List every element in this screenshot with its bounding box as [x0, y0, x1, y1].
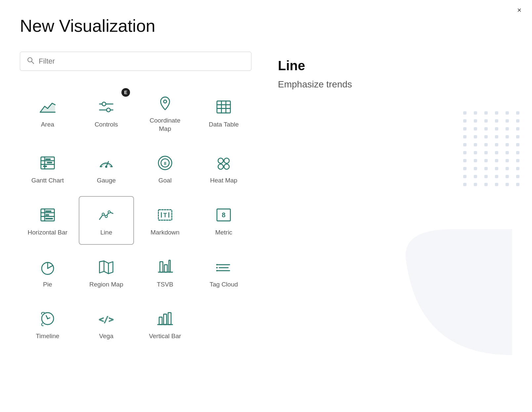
svg-point-28	[218, 158, 223, 164]
pie-icon	[39, 258, 57, 276]
markdown-icon: T	[156, 206, 174, 224]
svg-text:8: 8	[222, 211, 226, 219]
gantt-chart-label: Gantt Chart	[31, 177, 64, 185]
viz-item-line[interactable]: Line	[79, 196, 134, 245]
left-panel: Area E Controls	[20, 52, 251, 355]
svg-marker-2	[40, 103, 55, 112]
vertical-bar-label: Vertical Bar	[149, 332, 181, 340]
viz-item-gauge[interactable]: Gauge	[79, 144, 134, 193]
gantt-chart-icon	[39, 154, 57, 172]
svg-point-6	[102, 102, 106, 106]
dialog-title: New Visualization	[20, 16, 512, 36]
markdown-label: Markdown	[151, 229, 180, 237]
svg-point-58	[216, 264, 218, 266]
svg-point-30	[218, 164, 223, 170]
gauge-label: Gauge	[97, 177, 116, 185]
controls-icon	[97, 98, 115, 116]
tsvb-label: TSVB	[157, 281, 173, 289]
svg-rect-52	[164, 265, 167, 272]
line-label: Line	[100, 229, 112, 237]
timeline-icon	[39, 310, 57, 328]
heat-map-label: Heat Map	[210, 177, 237, 185]
viz-item-region-map[interactable]: Region Map	[79, 248, 134, 297]
gauge-icon	[97, 154, 115, 172]
close-button[interactable]: ×	[517, 7, 521, 14]
svg-point-39	[102, 213, 105, 215]
goal-label: Goal	[158, 177, 172, 185]
search-box[interactable]	[20, 52, 251, 71]
viz-item-timeline[interactable]: Timeline	[20, 300, 75, 348]
svg-rect-38	[45, 218, 53, 220]
coordinate-map-icon	[156, 94, 174, 112]
svg-line-1	[32, 62, 34, 64]
viz-item-goal[interactable]: 8 Goal	[137, 144, 193, 193]
vertical-bar-icon	[156, 310, 174, 328]
svg-point-40	[105, 215, 108, 218]
content-area: Area E Controls	[20, 52, 512, 355]
region-map-label: Region Map	[89, 281, 123, 289]
metric-icon: 8	[215, 206, 233, 224]
pie-label: Pie	[43, 281, 52, 289]
data-table-label: Data Table	[209, 121, 239, 129]
svg-point-8	[163, 100, 166, 103]
svg-rect-18	[45, 159, 51, 160]
viz-item-metric[interactable]: 8 Metric	[196, 196, 252, 245]
right-panel: Line Emphasize trends	[278, 52, 512, 355]
svg-rect-65	[163, 314, 166, 325]
svg-point-41	[108, 211, 111, 213]
heat-map-icon	[215, 154, 233, 172]
svg-rect-51	[160, 262, 163, 272]
tag-cloud-label: Tag Cloud	[209, 281, 238, 289]
horizontal-bar-label: Horizontal Bar	[28, 229, 67, 237]
selected-viz-subtitle: Emphasize trends	[278, 79, 512, 90]
metric-label: Metric	[215, 229, 232, 237]
data-table-icon	[215, 98, 233, 116]
controls-badge: E	[121, 88, 130, 97]
viz-item-tsvb[interactable]: TSVB	[137, 248, 193, 297]
search-input[interactable]	[39, 57, 244, 66]
svg-point-60	[216, 270, 218, 272]
svg-rect-53	[169, 260, 170, 272]
svg-rect-36	[45, 211, 51, 212]
region-map-icon	[97, 258, 115, 276]
vega-icon: </>	[97, 310, 115, 328]
viz-item-controls[interactable]: E Controls	[79, 84, 134, 141]
tag-cloud-icon	[215, 258, 233, 276]
svg-rect-37	[45, 214, 49, 216]
viz-item-tag-cloud[interactable]: Tag Cloud	[196, 248, 252, 297]
viz-item-gantt-chart[interactable]: Gantt Chart	[20, 144, 75, 193]
area-label: Area	[41, 121, 54, 129]
svg-rect-9	[217, 101, 231, 113]
viz-item-area[interactable]: Area	[20, 84, 75, 141]
svg-rect-19	[47, 162, 52, 164]
viz-item-heat-map[interactable]: Heat Map	[196, 144, 252, 193]
viz-item-data-table[interactable]: Data Table	[196, 84, 252, 141]
goal-icon: 8	[156, 154, 174, 172]
viz-item-coordinate-map[interactable]: Coordinate Map	[137, 84, 193, 141]
svg-text:T: T	[163, 212, 167, 219]
line-icon	[97, 206, 115, 224]
svg-point-7	[107, 108, 110, 112]
svg-text:8: 8	[164, 161, 166, 166]
viz-item-vega[interactable]: </> Vega	[79, 300, 134, 348]
new-visualization-dialog: × New Visualization	[0, 0, 532, 412]
dot-grid-decoration	[463, 111, 522, 186]
viz-item-pie[interactable]: Pie	[20, 248, 75, 297]
svg-point-29	[224, 158, 229, 164]
viz-item-vertical-bar[interactable]: Vertical Bar	[137, 300, 193, 348]
svg-point-31	[224, 164, 229, 170]
timeline-label: Timeline	[36, 332, 59, 340]
selected-viz-title: Line	[278, 58, 512, 73]
coordinate-map-label: Coordinate Map	[143, 117, 187, 133]
arc-decoration	[386, 229, 512, 355]
vega-label: Vega	[99, 332, 113, 340]
viz-item-markdown[interactable]: T Markdown	[137, 196, 193, 245]
svg-rect-20	[43, 166, 47, 167]
svg-rect-64	[159, 317, 162, 325]
svg-text:</>: </>	[99, 315, 114, 325]
viz-grid: Area E Controls	[20, 84, 251, 355]
controls-label: Controls	[95, 121, 118, 129]
horizontal-bar-icon	[39, 206, 57, 224]
svg-rect-66	[168, 313, 171, 325]
viz-item-horizontal-bar[interactable]: Horizontal Bar	[20, 196, 75, 245]
